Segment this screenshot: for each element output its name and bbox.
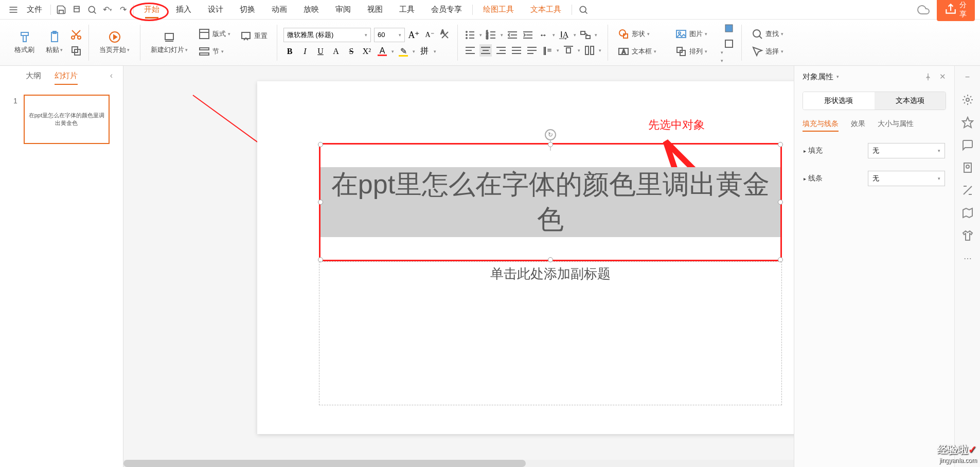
outline-tab[interactable]: 大纲 (26, 71, 41, 81)
sidebar-skew-icon[interactable] (961, 184, 974, 196)
clear-format-icon[interactable]: A (439, 29, 451, 41)
slide[interactable]: 先选中对象 ↻ 在ppt里怎么在字体的颜色里调出黄金色 单击此处添加副标题 − (257, 81, 794, 434)
collapse-icon[interactable]: ‹ (110, 71, 113, 80)
dropdown-icon[interactable]: ▾ (721, 58, 735, 63)
from-current-button[interactable]: 当页开始▾ (95, 30, 134, 56)
fill-line-tab[interactable]: 填充与线条 (803, 119, 839, 132)
tab-transition[interactable]: 切换 (231, 2, 263, 17)
layout-button[interactable]: 版式▾ (195, 27, 234, 41)
text-options-tab[interactable]: 文本选项 (875, 92, 946, 110)
find-button[interactable]: 查找▾ (748, 27, 787, 41)
tab-text-tools[interactable]: 文本工具 (522, 2, 569, 17)
resize-handle[interactable] (318, 142, 323, 147)
sidebar-chat-icon[interactable] (961, 139, 974, 151)
font-color-button[interactable]: A (376, 45, 388, 58)
align-right-icon[interactable] (495, 44, 507, 57)
sidebar-shirt-icon[interactable] (961, 229, 974, 242)
bullets-icon[interactable] (464, 29, 476, 41)
cut-icon[interactable] (70, 28, 82, 41)
sidebar-star-icon[interactable] (961, 116, 974, 129)
resize-handle[interactable] (778, 200, 783, 205)
align-justify-icon[interactable] (510, 44, 523, 57)
shape-options-tab[interactable]: 形状选项 (803, 92, 875, 110)
resize-handle[interactable] (548, 142, 553, 147)
slide-thumbnail[interactable]: 1 在ppt里怎么在字体的颜色里调出黄金色 (13, 95, 110, 144)
decrease-font-icon[interactable]: A⁻ (423, 29, 436, 41)
canvas-area[interactable]: 先选中对象 ↻ 在ppt里怎么在字体的颜色里调出黄金色 单击此处添加副标题 − (123, 66, 794, 467)
line-spacing-icon[interactable]: ‖≡ (541, 44, 554, 57)
redo-icon[interactable]: ↷ (118, 5, 128, 15)
sidebar-more-icon[interactable]: ⋯ (961, 252, 974, 264)
increase-font-icon[interactable]: A⁺ (408, 29, 420, 41)
highlight-button[interactable]: ✎ (397, 45, 409, 58)
fill-select[interactable]: 无▾ (868, 143, 945, 158)
section-button[interactable]: 节▾ (195, 44, 234, 59)
arrange-button[interactable]: 排列▾ (672, 44, 710, 59)
dropdown-icon[interactable]: ▾ (391, 49, 394, 54)
sidebar-clip-icon[interactable] (961, 161, 974, 174)
close-icon[interactable]: ✕ (939, 72, 946, 82)
shape-button[interactable]: 形状▾ (614, 27, 653, 41)
dropdown-icon[interactable]: ▾ (721, 50, 735, 55)
collapse-right-icon[interactable]: − (961, 71, 974, 83)
tab-slideshow[interactable]: 放映 (295, 2, 327, 17)
pinyin-button[interactable]: 拼 (418, 45, 431, 58)
rotate-handle[interactable]: ↻ (545, 129, 556, 140)
cloud-sync-icon[interactable] (915, 4, 932, 16)
dropdown-icon[interactable]: ▾ (434, 49, 436, 54)
tab-tools[interactable]: 工具 (391, 2, 423, 17)
resize-handle[interactable] (318, 200, 323, 205)
shadow-button[interactable]: A (330, 45, 342, 58)
menu-icon[interactable] (8, 5, 19, 15)
line-select[interactable]: 无▾ (868, 171, 945, 186)
file-menu[interactable]: 文件 (24, 2, 45, 17)
dropdown-icon[interactable]: ▾ (413, 49, 415, 54)
slides-tab[interactable]: 幻灯片 (55, 71, 78, 81)
tab-insert[interactable]: 插入 (168, 2, 200, 17)
picture-button[interactable]: 图片▾ (672, 27, 710, 41)
align-center-icon[interactable] (479, 44, 492, 57)
pin-icon[interactable] (924, 72, 932, 82)
textbox-button[interactable]: A文本框▾ (614, 44, 660, 59)
numbering-icon[interactable]: 123 (485, 29, 497, 41)
print-icon[interactable] (72, 5, 82, 15)
font-name-select[interactable]: 微软雅黑 (标题)▾ (283, 28, 371, 42)
select-button[interactable]: 选择▾ (748, 44, 787, 59)
valign-top-icon[interactable] (562, 44, 575, 57)
tab-member[interactable]: 会员专享 (423, 2, 470, 17)
copy-icon[interactable] (70, 45, 82, 57)
underline-button[interactable]: U (314, 45, 327, 58)
reset-button[interactable]: 重置 (237, 29, 271, 43)
tab-review[interactable]: 审阅 (327, 2, 359, 17)
undo-icon[interactable]: ↶▾ (102, 5, 113, 15)
size-props-tab[interactable]: 大小与属性 (878, 119, 914, 132)
save-icon[interactable] (56, 5, 66, 15)
subtitle-textbox[interactable]: 单击此处添加副标题 (319, 261, 782, 405)
align-left-icon[interactable] (464, 44, 476, 57)
text-direction-icon[interactable]: I͢A (558, 29, 571, 41)
search-icon[interactable] (578, 5, 589, 15)
h-scrollbar[interactable] (123, 460, 794, 467)
superscript-button[interactable]: X² (361, 45, 373, 58)
tab-view[interactable]: 视图 (359, 2, 391, 17)
tab-animation[interactable]: 动画 (263, 2, 295, 17)
effects-tab[interactable]: 效果 (851, 119, 865, 132)
share-button[interactable]: 分享 (937, 0, 975, 21)
tab-start[interactable]: 开始 (136, 2, 168, 17)
align-distribute-icon[interactable] (526, 44, 538, 57)
char-spacing-icon[interactable]: ↔ (537, 29, 549, 41)
columns-icon[interactable] (583, 44, 596, 57)
new-slide-button[interactable]: 新建幻灯片▾ (147, 30, 192, 56)
title-text[interactable]: 在ppt里怎么在字体的颜色里调出黄金色 (320, 145, 780, 260)
tab-drawing-tools[interactable]: 绘图工具 (475, 2, 522, 17)
tab-design[interactable]: 设计 (200, 2, 231, 17)
print-preview-icon[interactable] (87, 5, 97, 15)
resize-handle[interactable] (778, 142, 783, 147)
shape-fill-icon[interactable] (723, 22, 735, 34)
smartart-icon[interactable] (579, 29, 592, 41)
bold-button[interactable]: B (283, 45, 296, 58)
format-painter-button[interactable]: 格式刷 (10, 30, 39, 56)
title-textbox[interactable]: ↻ 在ppt里怎么在字体的颜色里调出黄金色 (319, 143, 782, 261)
decrease-indent-icon[interactable] (506, 29, 519, 41)
paste-button[interactable]: 粘贴▾ (42, 30, 67, 56)
